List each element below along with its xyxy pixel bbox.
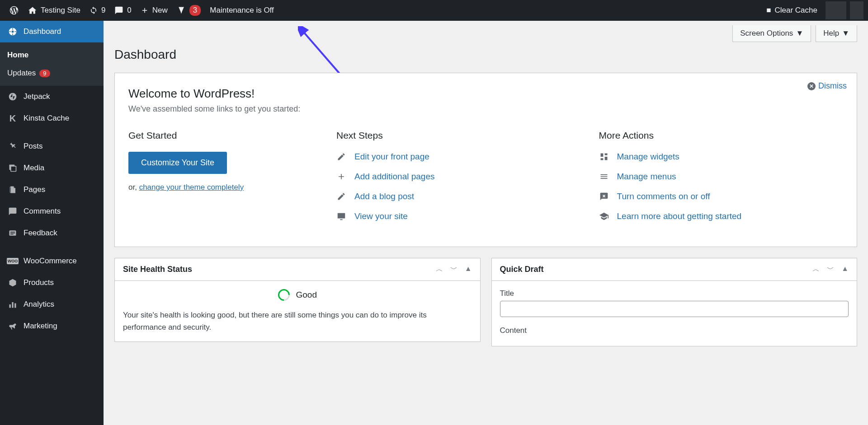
menu-marketing-label: Marketing: [24, 322, 57, 331]
chevron-down-icon[interactable]: ﹀: [450, 265, 458, 274]
submenu-updates-label: Updates: [7, 69, 36, 78]
chevron-down-icon: ▼: [796, 29, 803, 38]
updates-count-badge: 9: [39, 70, 50, 77]
svg-rect-7: [9, 304, 11, 308]
add-blogpost-link[interactable]: Add a blog post: [354, 191, 414, 201]
refresh-item[interactable]: 9: [85, 0, 110, 21]
screen-options-button[interactable]: Screen Options ▼: [732, 25, 811, 42]
site-health-title: Site Health Status: [123, 265, 192, 274]
triangle-up-icon[interactable]: ▲: [841, 265, 849, 274]
customize-button[interactable]: Customize Your Site: [128, 152, 227, 174]
yoast-item[interactable]: 3: [172, 0, 205, 21]
widgets-icon: [599, 152, 609, 162]
menu-kinsta-label: Kinsta Cache: [24, 114, 69, 123]
site-health-widget: Site Health Status ︿ ﹀ ▲ Good Your site'…: [114, 258, 481, 342]
help-button[interactable]: Help ▼: [816, 25, 857, 42]
analytics-icon: [7, 299, 18, 310]
wp-logo[interactable]: [5, 0, 24, 21]
add-pages-link[interactable]: Add additional pages: [354, 172, 434, 182]
menu-jetpack[interactable]: Jetpack: [0, 86, 104, 107]
toggle-comments-link[interactable]: Turn comments on or off: [617, 191, 710, 201]
clear-cache-item[interactable]: ■ Clear Cache: [762, 0, 822, 21]
dismiss-label: Dismiss: [818, 81, 847, 91]
screen-meta-buttons: Screen Options ▼ Help ▼: [114, 21, 857, 42]
menu-kinsta[interactable]: K Kinsta Cache: [0, 107, 104, 129]
menu-feedback-label: Feedback: [24, 229, 57, 238]
menu-feedback[interactable]: Feedback: [0, 222, 104, 244]
svg-rect-8: [12, 302, 13, 308]
learn-more-link[interactable]: Learn more about getting started: [617, 211, 742, 221]
welcome-col-moreactions: More Actions Manage widgets Manage menus…: [599, 130, 844, 231]
main-content: Screen Options ▼ Help ▼ Dashboard ✕ Dism…: [104, 21, 868, 425]
refresh-icon: [90, 6, 98, 14]
admin-sidebar: Dashboard Home Updates 9 Jetpack K Kinst…: [0, 21, 104, 425]
dashboard-icon: [7, 26, 18, 37]
menu-woocommerce[interactable]: WOO WooCommerce: [0, 250, 104, 272]
menu-analytics[interactable]: Analytics: [0, 294, 104, 315]
welcome-col-getstarted: Get Started Customize Your Site or, chan…: [128, 130, 318, 231]
or-prefix: or,: [128, 183, 139, 191]
pin-icon: [7, 141, 18, 152]
chevron-down-icon[interactable]: ﹀: [827, 265, 834, 274]
new-item[interactable]: New: [136, 0, 172, 21]
yoast-count-badge: 3: [189, 5, 201, 16]
adminbar: Testing Site 9 0 New 3 Maintenance is Of…: [0, 0, 868, 21]
welcome-subtitle: We've assembled some links to get you st…: [128, 104, 843, 114]
site-name-label: Testing Site: [41, 6, 80, 15]
edit-icon: [336, 152, 346, 162]
svg-rect-12: [340, 219, 343, 220]
health-status-label: Good: [296, 290, 317, 300]
dashboard-submenu: Home Updates 9: [0, 42, 104, 86]
submenu-updates[interactable]: Updates 9: [0, 64, 104, 82]
feedback-icon: [7, 228, 18, 238]
draft-title-input[interactable]: [500, 301, 849, 317]
menu-comments[interactable]: Comments: [0, 201, 104, 222]
svg-rect-16: [600, 158, 603, 160]
comments-icon: [7, 206, 18, 217]
welcome-title: Welcome to WordPress!: [128, 87, 843, 101]
menu-dashboard[interactable]: Dashboard: [0, 21, 104, 42]
menu-woocommerce-label: WooCommerce: [24, 257, 77, 266]
comments-item[interactable]: 0: [110, 0, 136, 21]
submenu-home[interactable]: Home: [0, 46, 104, 64]
quick-draft-widget: Quick Draft ︿ ﹀ ▲ Title Content: [491, 258, 858, 346]
manage-menus-link[interactable]: Manage menus: [617, 172, 676, 182]
menu-comments-label: Comments: [24, 207, 61, 216]
wordpress-icon: [9, 5, 19, 15]
adminbar-right: ■ Clear Cache: [762, 0, 863, 21]
svg-rect-11: [338, 213, 345, 219]
menus-icon: [599, 172, 609, 182]
menu-analytics-label: Analytics: [24, 300, 54, 309]
adminbar-box-2[interactable]: [850, 1, 863, 19]
welcome-panel: ✕ Dismiss Welcome to WordPress! We've as…: [114, 73, 857, 247]
view-site-link[interactable]: View your site: [354, 211, 408, 221]
menu-marketing[interactable]: Marketing: [0, 315, 104, 337]
svg-point-2: [9, 93, 17, 101]
or-text: or, change your theme completely: [128, 183, 318, 192]
menu-pages[interactable]: Pages: [0, 179, 104, 201]
menu-products[interactable]: Products: [0, 272, 104, 294]
quick-draft-title: Quick Draft: [500, 265, 544, 274]
edit-frontpage-link[interactable]: Edit your front page: [354, 152, 429, 162]
menu-media[interactable]: Media: [0, 157, 104, 179]
getstarted-heading: Get Started: [128, 130, 318, 141]
dismiss-link[interactable]: ✕ Dismiss: [807, 81, 847, 91]
adminbar-box-1[interactable]: [826, 1, 846, 19]
home-icon: [28, 6, 37, 15]
triangle-up-icon[interactable]: ▲: [465, 265, 472, 274]
comments-off-icon: [599, 191, 609, 201]
menu-pages-label: Pages: [24, 185, 45, 194]
maintenance-item[interactable]: Maintenance is Off: [205, 0, 278, 21]
manage-widgets-link[interactable]: Manage widgets: [617, 152, 679, 162]
chevron-up-icon[interactable]: ︿: [812, 265, 820, 274]
welcome-col-nextsteps: Next Steps Edit your front page Add addi…: [336, 130, 581, 231]
site-name[interactable]: Testing Site: [24, 0, 85, 21]
menu-posts[interactable]: Posts: [0, 135, 104, 157]
clear-cache-label: Clear Cache: [775, 6, 818, 15]
svg-rect-15: [604, 157, 607, 160]
svg-rect-4: [11, 166, 16, 172]
chevron-up-icon[interactable]: ︿: [436, 265, 443, 274]
cache-icon: ■: [766, 6, 771, 15]
edit-icon: [336, 191, 346, 201]
change-theme-link[interactable]: change your theme completely: [139, 183, 244, 191]
